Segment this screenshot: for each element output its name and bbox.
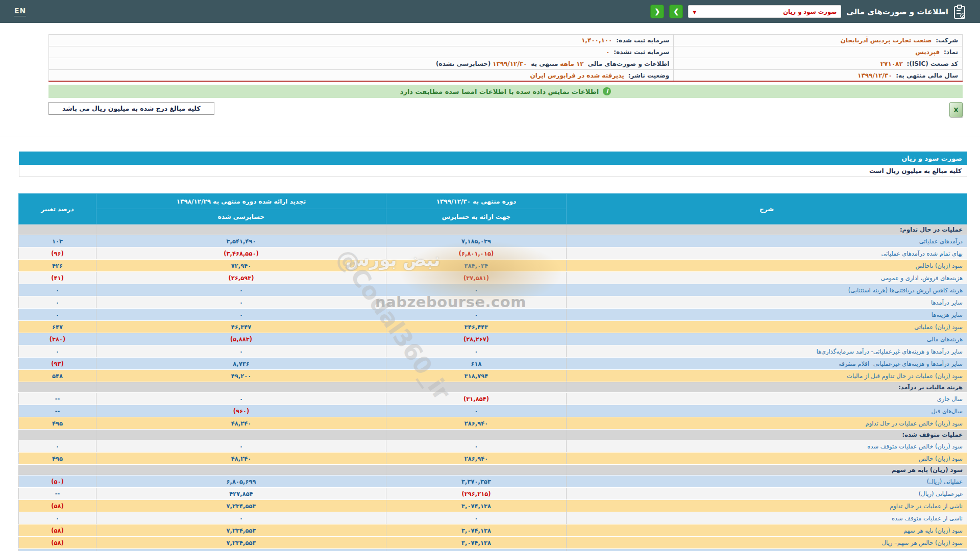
value-percent-change: (۵۸) bbox=[19, 537, 96, 549]
row-label: سود (زیان) خالص bbox=[567, 453, 967, 465]
row-label: سود (زیان) خالص عملیات متوقف شده bbox=[567, 440, 967, 453]
value-current-period: ۰ bbox=[386, 309, 567, 321]
section-row: عملیات در حال تداوم: bbox=[19, 224, 967, 235]
registered-capital-label: سرمایه ثبت شده: bbox=[616, 37, 669, 44]
value-current-period: ۳,۳۷۰,۳۵۳ bbox=[386, 475, 567, 488]
row-label: سایر درآمدها و هزینه‌های غیرعملیاتی- درآ… bbox=[567, 345, 967, 358]
period-end-date: ۱۳۹۹/۱۲/۳۰ bbox=[493, 60, 529, 67]
value-current-period: ۳۱۸,۷۹۴ bbox=[386, 370, 567, 382]
value-percent-change bbox=[19, 430, 96, 440]
value-percent-change: (۵۸) bbox=[19, 524, 96, 537]
company-info-table: شرکت: صنعت تجارت پردیس آذربایجان سرمایه … bbox=[48, 34, 963, 82]
next-statement-button[interactable]: ❯ bbox=[669, 5, 683, 18]
table-row: سود (زیان) خالص عملیات در حال تداوم۲۸۶,۹… bbox=[19, 417, 967, 430]
row-label: سود (زیان) پایه هر سهم bbox=[567, 524, 967, 537]
value-current-period: (۲۸,۲۶۷) bbox=[386, 333, 567, 345]
statement-section: صورت سود و زیان کلیه مبالغ به میلیون ریا… bbox=[19, 152, 967, 551]
value-current-period: ۲۸۶,۹۴۰ bbox=[386, 453, 567, 465]
table-row: سال جاری(۳۱,۸۵۴)۰-- bbox=[19, 393, 967, 405]
row-label: غیرعملیاتی (ریال) bbox=[567, 488, 967, 500]
value-prior-period: ۴۹,۲۰۰ bbox=[96, 370, 386, 382]
row-label: سایر درآمدها و هزینه‌های غیرعملیاتی- اقل… bbox=[567, 358, 967, 370]
section-divider bbox=[0, 137, 980, 137]
prev-statement-button[interactable]: ❮ bbox=[650, 5, 664, 18]
row-label: سال‌های قبل bbox=[567, 405, 967, 417]
table-row: ناشی از عملیات در حال تداوم۳,۰۷۴,۱۳۸۷,۲۳… bbox=[19, 500, 967, 512]
row-label: بهای تمام شده درآمدهای عملیاتی bbox=[567, 247, 967, 260]
statement-table: شرح دوره منتهی به ۱۳۹۹/۱۲/۳۰ تجدید ارائه… bbox=[18, 193, 967, 551]
period-info-prefix: اطلاعات و صورت‌های مالی bbox=[588, 60, 670, 67]
company-info-row: سال مالی منتهی به: ۱۳۹۹/۱۲/۳۰ وضعیت ناشر… bbox=[49, 70, 963, 82]
value-percent-change: ۰ bbox=[19, 284, 96, 296]
value-percent-change: ۰ bbox=[19, 512, 96, 524]
table-row: سود (زیان) خالص عملیات متوقف شده۰۰۰ bbox=[19, 440, 967, 453]
table-row: سود (زیان) عملیاتی۳۴۶,۴۴۳۴۶,۳۴۷۶۴۷ bbox=[19, 321, 967, 333]
value-prior-period: (۹۶۰) bbox=[96, 405, 386, 417]
row-label: درآمدهای عملیاتی bbox=[567, 235, 967, 247]
unregistered-capital-value: ۰ bbox=[606, 48, 611, 56]
value-current-period: (۳۱,۸۵۴) bbox=[386, 393, 567, 405]
section-title: سود (زیان) پایه هر سهم bbox=[567, 465, 967, 475]
table-row: سال‌های قبل۰(۹۶۰)-- bbox=[19, 405, 967, 417]
signed-data-notice: i اطلاعات نمایش داده شده با اطلاعات امضا… bbox=[48, 85, 963, 98]
value-percent-change: (۴۱) bbox=[19, 272, 96, 284]
value-prior-period bbox=[96, 465, 386, 475]
col-subheader-prior-audited: حسابرسی شده bbox=[96, 209, 386, 224]
value-percent-change: (۵۰) bbox=[19, 475, 96, 488]
statement-table-wrap: شرح دوره منتهی به ۱۳۹۹/۱۲/۳۰ تجدید ارائه… bbox=[19, 193, 967, 551]
table-row: ناشی از عملیات متوقف شده۰۰۰ bbox=[19, 512, 967, 524]
statement-title-bar: صورت سود و زیان bbox=[19, 152, 967, 165]
col-header-description: شرح bbox=[567, 194, 967, 224]
statement-rows: عملیات در حال تداوم:درآمدهای عملیاتی۷,۱۸… bbox=[19, 224, 967, 551]
value-current-period bbox=[386, 549, 567, 551]
value-prior-period: ۴۸,۲۴۰ bbox=[96, 453, 386, 465]
table-row: غیرعملیاتی (ریال)(۲۹۶,۲۱۵)۴۲۷,۸۵۴-- bbox=[19, 488, 967, 500]
registered-capital-value: ۱,۴۰۰,۱۰۰ bbox=[581, 37, 614, 44]
value-current-period bbox=[386, 224, 567, 235]
table-row: هزینه‌های مالی(۲۸,۲۶۷)(۵,۸۸۳)(۳۸۰) bbox=[19, 333, 967, 345]
excel-export-icon[interactable]: X bbox=[949, 102, 963, 117]
row-label: سال جاری bbox=[567, 393, 967, 405]
value-current-period: ۳۸۴,۰۲۴ bbox=[386, 260, 567, 272]
col-header-prior-period: تجدید ارائه شده دوره منتهی به ۱۳۹۸/۱۲/۲۹ bbox=[96, 194, 386, 209]
row-label: هزینه‌های مالی bbox=[567, 333, 967, 345]
table-row: سود (زیان) پایه هر سهم۳,۰۷۴,۱۳۸۷,۲۳۴,۵۵۳… bbox=[19, 524, 967, 537]
row-label: سایر درآمدها bbox=[567, 296, 967, 309]
value-current-period bbox=[386, 382, 567, 393]
value-percent-change: -- bbox=[19, 393, 96, 405]
section-row: عملیات متوقف شده: bbox=[19, 430, 967, 440]
fiscal-year-label: سال مالی منتهی به: bbox=[896, 72, 958, 79]
value-percent-change: ۴۹۵ bbox=[19, 453, 96, 465]
statement-type-value: صورت سود و زیان bbox=[783, 8, 837, 15]
value-percent-change: ۰ bbox=[19, 345, 96, 358]
value-percent-change: (۵۸) bbox=[19, 500, 96, 512]
value-current-period: ۳,۰۷۴,۱۳۸ bbox=[386, 524, 567, 537]
statement-type-select[interactable]: صورت سود و زیان ▼ bbox=[688, 5, 841, 18]
value-prior-period bbox=[96, 549, 386, 551]
unregistered-capital-label: سرمایه ثبت نشده: bbox=[614, 48, 669, 56]
section-title: هزینه مالیات بر درآمد: bbox=[567, 382, 967, 393]
language-toggle[interactable]: EN bbox=[14, 7, 26, 16]
value-percent-change: ۰ bbox=[19, 309, 96, 321]
value-percent-change: ۴۹۵ bbox=[19, 417, 96, 430]
value-prior-period: ۷,۲۳۴,۵۵۳ bbox=[96, 524, 386, 537]
table-row: سود (زیان) خالص۲۸۶,۹۴۰۴۸,۲۴۰۴۹۵ bbox=[19, 453, 967, 465]
topbar: اطلاعات و صورت‌های مالی صورت سود و زیان … bbox=[0, 0, 980, 23]
col-subheader-current-audit: جهت ارائه به حسابرس bbox=[386, 209, 567, 224]
value-percent-change: ۰ bbox=[19, 296, 96, 309]
company-label: شرکت: bbox=[936, 37, 958, 44]
row-label: هزینه کاهش ارزش دریافتنی‌ها (هزینه استثن… bbox=[567, 284, 967, 296]
table-row: بهای تمام شده درآمدهای عملیاتی(۶,۸۰۱,۰۱۵… bbox=[19, 247, 967, 260]
table-row: سود (زیان) خالص هر سهم– ریال۳,۰۷۴,۱۳۸۷,۲… bbox=[19, 537, 967, 549]
isic-value: ۲۷۱۰۸۲ bbox=[880, 60, 905, 67]
row-label: هزینه‌های فروش، اداری و عمومی bbox=[567, 272, 967, 284]
info-icon: i bbox=[603, 87, 611, 95]
row-label: سود (زیان) ناخالص bbox=[567, 260, 967, 272]
value-current-period: ۷,۱۸۵,۰۳۹ bbox=[386, 235, 567, 247]
value-prior-period: ۶,۸۰۵,۶۹۹ bbox=[96, 475, 386, 488]
value-prior-period: ۰ bbox=[96, 309, 386, 321]
value-percent-change: ۰ bbox=[19, 440, 96, 453]
section-row: هزینه مالیات بر درآمد: bbox=[19, 382, 967, 393]
table-row: هزینه‌های فروش، اداری و عمومی(۳۷,۵۸۱)(۲۶… bbox=[19, 272, 967, 284]
value-prior-period: ۷۲,۹۴۰ bbox=[96, 260, 386, 272]
